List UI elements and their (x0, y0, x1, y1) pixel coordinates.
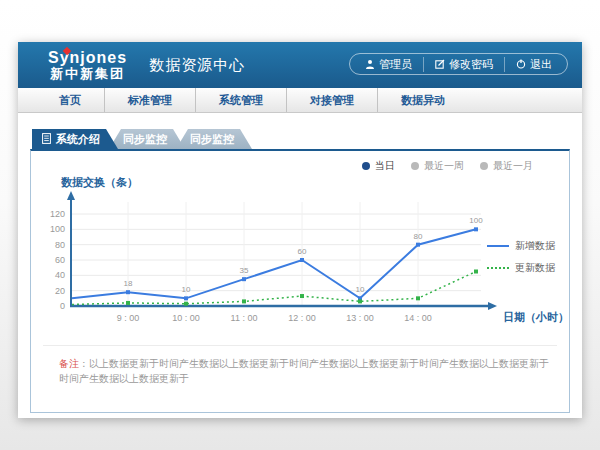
legend-item-new-data[interactable]: 新增数据 (487, 239, 555, 253)
user-menu-label: 管理员 (379, 57, 412, 72)
note-divider (43, 345, 557, 346)
svg-text:20: 20 (55, 286, 65, 296)
radio-dot-icon (480, 162, 488, 170)
nav-item-standard-mgmt[interactable]: 标准管理 (104, 88, 195, 112)
content-area: 系统介绍 同步监控 同步监控 当日 最近一周 (18, 113, 582, 413)
svg-text:日期（小时）: 日期（小时） (503, 311, 569, 324)
svg-text:10 : 00: 10 : 00 (172, 313, 200, 323)
user-menu-admin[interactable]: 管理员 (354, 57, 423, 72)
desktop-background: Synjones 新中新集团 数据资源中心 管理员 修改密码 (0, 0, 600, 450)
filter-last-month[interactable]: 最近一月 (480, 159, 533, 173)
tab-label: 同步监控 (123, 132, 167, 147)
radio-dot-icon (362, 162, 370, 170)
user-icon (365, 59, 375, 69)
svg-text:10: 10 (182, 285, 191, 294)
footnote: 备注：以上数据更新于时间产生数据以上数据更新于时间产生数据以上数据更新于时间产生… (59, 356, 549, 386)
nav-item-data-change[interactable]: 数据异动 (377, 88, 468, 112)
filter-label: 最近一周 (424, 159, 464, 173)
svg-text:60: 60 (55, 255, 65, 265)
svg-text:9 : 00: 9 : 00 (117, 313, 140, 323)
svg-text:40: 40 (55, 270, 65, 280)
power-icon (516, 59, 526, 69)
filter-label: 当日 (375, 159, 395, 173)
filter-label: 最近一月 (493, 159, 533, 173)
svg-text:100: 100 (50, 224, 65, 234)
change-password-label: 修改密码 (449, 57, 493, 72)
radio-dot-icon (411, 162, 419, 170)
logout-button[interactable]: 退出 (504, 57, 563, 72)
svg-text:11 : 00: 11 : 00 (231, 313, 258, 323)
chart-legend: 新增数据 更新数据 (487, 239, 555, 275)
synjones-logo: Synjones 新中新集团 (48, 50, 127, 80)
footnote-text: ：以上数据更新于时间产生数据以上数据更新于时间产生数据以上数据更新于时间产生数据… (59, 358, 549, 384)
nav-item-interface-mgmt[interactable]: 对接管理 (286, 88, 377, 112)
legend-label: 新增数据 (515, 239, 555, 253)
svg-text:18: 18 (124, 279, 133, 288)
nav-item-system-mgmt[interactable]: 系统管理 (195, 88, 286, 112)
tab-label: 同步监控 (190, 132, 234, 147)
tab-sync-monitor-2[interactable]: 同步监控 (176, 129, 252, 149)
blue-line-swatch-icon (487, 245, 509, 247)
app-title: 数据资源中心 (149, 56, 245, 75)
svg-text:12 : 00: 12 : 00 (288, 313, 316, 323)
app-window: Synjones 新中新集团 数据资源中心 管理员 修改密码 (18, 42, 582, 418)
change-password-button[interactable]: 修改密码 (423, 57, 504, 72)
tab-bar: 系统介绍 同步监控 同步监控 (32, 129, 570, 149)
svg-text:80: 80 (414, 232, 423, 241)
logo-text-cn: 新中新集团 (48, 67, 127, 81)
edit-icon (435, 59, 445, 69)
document-icon (42, 133, 51, 146)
nav-item-home[interactable]: 首页 (36, 88, 104, 112)
tab-system-intro[interactable]: 系统介绍 (32, 129, 118, 149)
chart-panel: 当日 最近一周 最近一月 数据交换（条） 0204060801001209 : … (30, 149, 570, 413)
filter-today[interactable]: 当日 (362, 159, 395, 173)
svg-text:100: 100 (469, 216, 483, 225)
svg-text:80: 80 (55, 240, 65, 250)
tab-label: 系统介绍 (56, 132, 100, 147)
legend-item-update-data[interactable]: 更新数据 (487, 261, 555, 275)
svg-text:0: 0 (60, 301, 65, 311)
footnote-label: 备注 (59, 358, 79, 369)
svg-text:60: 60 (298, 247, 307, 256)
time-range-filters: 当日 最近一周 最近一月 (362, 159, 533, 173)
svg-text:10: 10 (356, 285, 365, 294)
main-nav: 首页 标准管理 系统管理 对接管理 数据异动 (18, 88, 582, 113)
app-header: Synjones 新中新集团 数据资源中心 管理员 修改密码 (18, 42, 582, 88)
green-dotted-swatch-icon (487, 267, 509, 269)
svg-text:14 : 00: 14 : 00 (404, 313, 432, 323)
legend-label: 更新数据 (515, 261, 555, 275)
logout-label: 退出 (530, 57, 552, 72)
user-menu: 管理员 修改密码 退出 (349, 53, 568, 75)
svg-text:13 : 00: 13 : 00 (346, 313, 374, 323)
tab-sync-monitor-1[interactable]: 同步监控 (109, 129, 185, 149)
logo-text-en: Synjones (48, 50, 127, 67)
filter-last-week[interactable]: 最近一周 (411, 159, 464, 173)
svg-text:120: 120 (50, 209, 65, 219)
svg-text:35: 35 (240, 266, 249, 275)
